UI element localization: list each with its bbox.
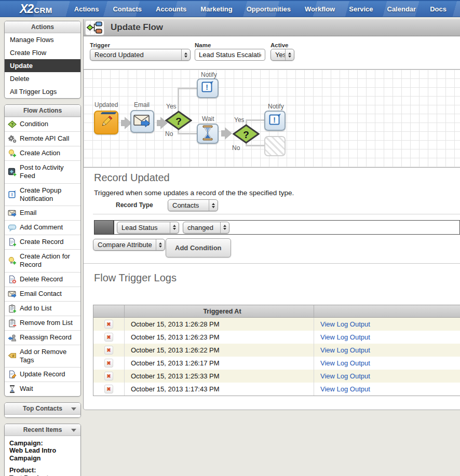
flow-action-add-comment[interactable]: Add Comment [5,220,80,235]
nav-item-opportunities[interactable]: Opportunities [247,5,291,13]
log-row: ✖ October 15, 2013 1:26:22 PM View Log O… [93,344,460,357]
flow-node-notify-2[interactable]: ! [264,111,286,131]
trigger-section-description: Triggered when some updates a record of … [94,189,294,197]
condition-drag-handle[interactable] [94,220,114,235]
flow-action-create-action[interactable]: Create Action [5,146,80,160]
flow-action-reassign-record[interactable]: Reassign Record [5,330,80,345]
notification-icon: ! [268,113,282,129]
record-type-label: Record Type [116,201,153,209]
flow-action-email[interactable]: Email [5,206,80,220]
flow-action-create-record[interactable]: Create Record [5,235,80,249]
delete-column-header [93,305,125,317]
page-header: Update Flow [84,19,460,36]
active-select[interactable]: Yes [270,49,294,61]
flow-action-post-to-activity-feed[interactable]: Post to Activity Feed [5,160,80,183]
comment-bubble-icon [8,223,17,232]
sidebar-item-create-flow[interactable]: Create Flow [5,46,80,59]
envelope-icon [133,114,151,129]
sidebar-item-update[interactable]: Update [5,59,80,72]
view-log-output-link[interactable]: View Log Output [320,333,370,341]
flow-node-condition-2[interactable]: ? [233,124,260,146]
flow-node-email[interactable] [130,110,154,133]
folder-tab-decoration [101,112,117,114]
nav-item-contacts[interactable]: Contacts [113,5,142,13]
svg-text:?: ? [11,122,13,127]
nav-item-calendar[interactable]: Calendar [387,5,416,13]
record-type-select[interactable]: Contacts [168,199,218,211]
collapse-caret-icon[interactable] [71,407,76,411]
top-contacts-panel: Top Contacts [4,402,81,418]
delete-log-icon[interactable]: ✖ [104,333,113,342]
activity-feed-icon [8,168,17,176]
delete-log-icon[interactable]: ✖ [104,359,113,368]
nav-item-accounts[interactable]: Accounts [156,5,186,13]
flow-node-notify-1[interactable]: ! [197,78,219,98]
recent-item-product[interactable]: Product: Test Product [9,467,76,476]
flow-node-updated[interactable] [94,111,118,134]
view-log-output-link[interactable]: View Log Output [320,359,370,367]
delete-log-icon[interactable]: ✖ [104,385,113,393]
log-output-column-header [314,305,460,317]
compare-attribute-select[interactable]: Compare Attribute [93,239,165,251]
delete-log-icon[interactable]: ✖ [104,320,113,329]
trigger-label: Trigger [90,42,110,48]
flow-node-wait[interactable] [197,124,219,144]
sidebar-item-delete[interactable]: Delete [5,72,80,85]
sidebar-item-manage-flows[interactable]: Manage Flows [5,33,80,46]
flow-actions-panel: Flow Actions ? Condition Remote API Call… [4,104,81,397]
condition-operator-select[interactable]: changed [183,222,229,234]
top-contacts-header[interactable]: Top Contacts [5,403,80,415]
select-arrows-icon [170,222,179,233]
pencil-icon [99,114,114,131]
flow-node-condition-1[interactable]: ? [165,111,192,132]
triggered-at-column-header[interactable]: Triggered At [125,305,314,317]
flow-action-add-to-list[interactable]: Add to List [5,301,80,316]
recent-items-header[interactable]: Recent Items [5,424,80,436]
view-log-output-link[interactable]: View Log Output [320,385,370,393]
select-arrows-icon [181,49,190,60]
flow-action-remove-from-list[interactable]: Remove from List [5,316,80,330]
flow-action-add-or-remove-tags[interactable]: # Add or Remove Tags [5,345,80,368]
flow-action-create-action-for-record[interactable]: Create Action for Record [5,249,80,272]
flow-action-email-contact[interactable]: Email Contact [5,287,80,301]
node-label: Updated [94,101,118,108]
select-arrows-icon [156,239,165,250]
recent-item-campaign[interactable]: Campaign: Web Lead Intro Campaign [9,440,76,462]
view-log-output-link[interactable]: View Log Output [320,346,370,354]
nav-item-service[interactable]: Service [349,5,373,13]
nav-item-actions[interactable]: Actions [74,5,99,13]
exclamation-glyph: ! [273,115,276,124]
condition-diamond-icon: ? [8,120,17,129]
trigger-select[interactable]: Record Updated [90,49,191,61]
flow-node-placeholder[interactable] [264,136,286,156]
collapse-caret-icon[interactable] [71,429,76,432]
tag-icon: # [8,351,17,360]
condition-attribute-select[interactable]: Lead Status [117,222,179,234]
view-log-output-link[interactable]: View Log Output [320,320,370,328]
flow-action-remote-api-call[interactable]: Remote API Call [5,131,80,146]
notification-icon: ! [201,80,214,96]
top-nav: X2CRM Actions Contacts Accounts Marketin… [0,0,460,17]
person-arrow-icon [8,333,17,342]
email-arrow-icon [8,290,17,298]
nav-item-docs[interactable]: Docs [430,5,447,13]
delete-log-icon[interactable]: ✖ [104,346,113,355]
flow-action-condition[interactable]: ? Condition [5,117,80,131]
delete-log-icon[interactable]: ✖ [104,372,113,380]
sidebar-item-all-trigger-logs[interactable]: All Trigger Logs [5,85,80,98]
flow-action-create-popup-notification[interactable]: ! Create Popup Notification [5,183,80,206]
flow-name-input[interactable] [195,49,265,61]
flow-action-delete-record[interactable]: Delete Record [5,272,80,287]
exclamation-glyph: ! [206,83,208,91]
nav-item-marketing[interactable]: Marketing [200,5,232,13]
add-condition-button[interactable]: Add Condition [166,238,231,257]
record-delete-icon [8,275,17,284]
x2crm-logo[interactable]: X2CRM [20,2,52,16]
flow-action-update-record[interactable]: Update Record [5,367,80,382]
nav-item-workflow[interactable]: Workflow [305,5,335,13]
flow-designer-canvas[interactable]: Updated Email Yes No ? Notify ! Wait [84,69,460,168]
view-log-output-link[interactable]: View Log Output [320,372,370,380]
main-content: Update Flow Trigger Record Updated Name … [83,19,460,410]
flow-action-wait[interactable]: Wait [5,382,80,396]
node-label: Notify [201,71,217,78]
